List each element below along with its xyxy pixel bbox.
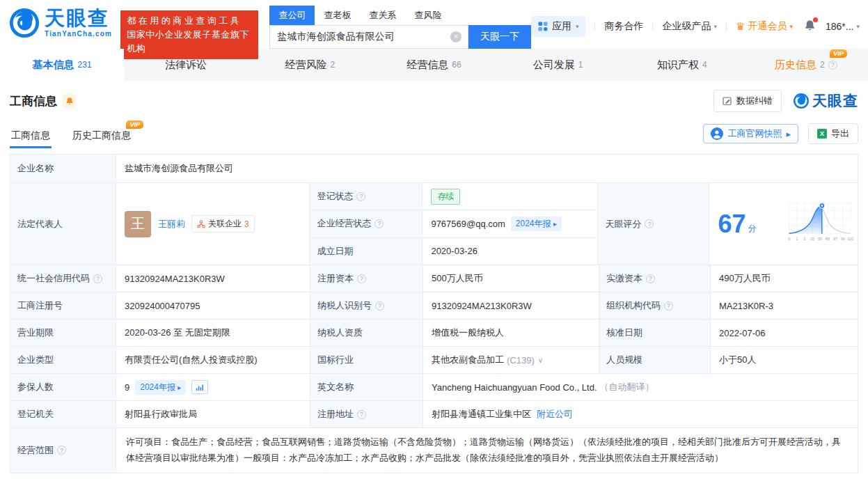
legal-rep-name-link[interactable]: 王丽莉 [158, 218, 185, 230]
nearby-companies-link[interactable]: 附近公司 [537, 408, 573, 421]
tab-count: 2 [820, 60, 825, 70]
tab-operation-risk[interactable]: 经营风险 2 [248, 49, 372, 81]
clear-search-icon[interactable]: × [450, 31, 461, 42]
apps-menu[interactable]: 应用 ▾ [531, 16, 586, 37]
org-code-label: 组织机构代码? [599, 292, 711, 319]
chevron-down-icon: ▾ [576, 23, 579, 30]
monitor-bell-button[interactable] [63, 94, 77, 108]
table-row: 统一社会信用代码? 91320924MA213K0R3W 注册资本? 500万人… [10, 265, 858, 292]
table-row-company-name: 企业名称 盐城市海创源食品有限公司 [10, 155, 858, 182]
bell-icon [65, 97, 74, 105]
official-snapshot-label: 工商官网快照 [727, 127, 782, 140]
open-vip-menu[interactable]: ♛ 开通会员 ▾ [736, 20, 793, 33]
tab-label: 法律诉讼 [165, 58, 207, 72]
chevron-down-icon[interactable]: ∨ [538, 356, 543, 364]
approval-date-label: 核准日期 [599, 320, 711, 346]
insured-count-value: 9 2024年报 ▸ [116, 374, 310, 400]
help-icon[interactable]: ? [375, 301, 384, 311]
data-correction-button[interactable]: 数据纠错 [713, 90, 782, 112]
section-header: 工商信息 数据纠错 天眼查 [0, 81, 868, 116]
trend-chart-button[interactable] [191, 380, 208, 394]
chevron-down-icon: ▾ [856, 23, 860, 30]
table-row: 工商注册号 320924000470795 纳税人识别号? 91320924MA… [10, 292, 858, 319]
taxpayer-qualification-value: 增值税一般纳税人 [423, 320, 599, 346]
table-row: 营业期限 2020-03-26 至 无固定期限 纳税人资质 增值税一般纳税人 核… [10, 319, 858, 346]
help-icon[interactable]: ? [374, 219, 384, 228]
related-companies-badge[interactable]: 关联企业 3 [191, 215, 255, 233]
table-row-business-scope: 经营范围? 许可项目：食品生产；食品经营；食品互联网销售；道路货物运输（不含危险… [10, 427, 858, 473]
account-menu[interactable]: 186*... ▾ [826, 21, 860, 32]
biz-status-value: 9767569@qq.com 2024年报 ▸ [423, 210, 597, 237]
table-row: 企业类型 有限责任公司(自然人投资或控股) 国标行业 其他农副食品加工 (C13… [10, 346, 858, 373]
help-icon[interactable]: ? [828, 61, 837, 70]
reg-number-label: 工商注册号 [10, 292, 116, 319]
svg-text:99: 99 [841, 236, 845, 240]
notification-bell[interactable] [804, 19, 816, 33]
subtab-business-info[interactable]: 工商信息 [10, 125, 52, 148]
score-unit: 分 [748, 223, 757, 235]
org-code-value: MA213K0R-3 [711, 292, 858, 319]
search-tab-boss[interactable]: 查老板 [315, 6, 360, 25]
table-row-legal-rep: 法定代表人 王 王丽莉 关联企业 3 登记状态 ? [10, 182, 858, 265]
divider [652, 22, 653, 31]
subtab-history-business-info[interactable]: 历史工商信息 VIP [71, 125, 132, 148]
biz-status-label: 企业经营状态 ? [310, 210, 423, 237]
svg-text:3: 3 [803, 236, 805, 240]
registered-address-label: 注册地址? [310, 401, 423, 427]
tianyancha-logo[interactable]: 天眼查 TianYanCha.com [8, 7, 112, 39]
svg-text:15: 15 [810, 236, 814, 240]
tab-intellectual-property[interactable]: 知识产权 4 [620, 49, 744, 81]
export-label: 导出 [831, 127, 849, 140]
legal-rep-cell: 王 王丽莉 关联企业 3 [116, 183, 310, 265]
score-cell[interactable]: 67 分 [709, 183, 858, 265]
avatar[interactable]: 王 [125, 211, 151, 237]
section-title: 工商信息 [10, 93, 57, 109]
search-button[interactable]: 天眼一下 [468, 25, 531, 49]
establish-date-value: 2020-03-26 [423, 238, 597, 265]
tab-label: 公司发展 [533, 58, 575, 72]
registry-authority-label: 登记机关 [10, 401, 116, 427]
search-tab-risk[interactable]: 查风险 [405, 6, 450, 25]
business-scope-label: 经营范围? [10, 428, 116, 473]
enterprise-products-menu[interactable]: 企业级产品 ▾ [662, 20, 717, 33]
search-tab-company[interactable]: 查公司 [269, 6, 315, 25]
search-tab-relation[interactable]: 查关系 [360, 6, 405, 25]
search-input[interactable] [270, 31, 468, 42]
reg-status-value: 存续 [423, 183, 597, 210]
account-label: 186*... [826, 21, 853, 32]
taxpayer-id-value: 91320924MA213K0R3W [423, 292, 599, 319]
help-icon[interactable]: ? [357, 410, 366, 419]
help-icon[interactable]: ? [645, 219, 654, 228]
annual-report-badge[interactable]: 2024年报 ▸ [135, 380, 186, 395]
vip-badge: VIP [830, 49, 847, 58]
logo-swirl-icon [8, 7, 40, 39]
english-name-value: Yancheng Haichuangyuan Food Co., Ltd. （自… [423, 374, 858, 400]
business-cooperation-link[interactable]: 商务合作 [604, 20, 643, 33]
table-row-establish-date: 成立日期 2020-03-26 [310, 237, 597, 265]
taxpayer-id-label: 纳税人识别号? [310, 292, 423, 319]
svg-text:100: 100 [848, 236, 853, 240]
help-icon[interactable]: ? [646, 274, 655, 283]
annual-report-badge[interactable]: 2024年报 ▸ [511, 217, 562, 231]
official-snapshot-button[interactable]: 工商官网快照 ▸ [703, 124, 798, 143]
help-icon[interactable]: ? [356, 192, 365, 201]
apps-grid-icon [538, 22, 548, 31]
crown-icon: ♛ [736, 20, 745, 33]
export-button[interactable]: X 导出 [808, 123, 858, 144]
tab-count: 1 [578, 60, 583, 70]
top-bar: 天眼查 TianYanCha.com 都在用的商业查询工具 国家中小企业发展子基… [0, 0, 868, 49]
tab-operation-info[interactable]: 经营信息 66 [372, 49, 496, 81]
logo-subtitle: TianYanCha.com [45, 30, 112, 38]
tab-history-info[interactable]: 历史信息 2 ? VIP [744, 49, 868, 81]
help-icon[interactable]: ? [57, 446, 66, 455]
help-icon[interactable]: ? [357, 274, 366, 283]
tab-company-development[interactable]: 公司发展 1 [496, 49, 620, 81]
data-correction-label: 数据纠错 [736, 95, 773, 107]
help-icon[interactable]: ? [93, 274, 102, 283]
tab-basic-info[interactable]: 基本信息 231 [0, 49, 124, 81]
bar-chart-icon [196, 383, 204, 391]
arrow-right-icon: ▸ [553, 220, 557, 228]
tab-legal-proceedings[interactable]: 法律诉讼 [124, 49, 248, 81]
help-icon[interactable]: ? [664, 301, 673, 311]
tab-count: 2 [331, 60, 336, 70]
